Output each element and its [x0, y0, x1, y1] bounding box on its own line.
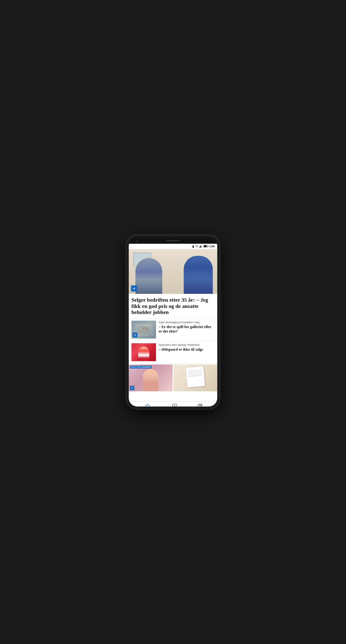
- svg-rect-18: [201, 404, 202, 406]
- svg-point-10: [146, 327, 148, 330]
- grid-thumb-2-bg: [173, 364, 217, 391]
- bottom-nav: Forsiden Sport eAvis: [129, 401, 217, 406]
- svg-rect-0: [199, 247, 200, 248]
- hero-person-right: [184, 256, 213, 294]
- hero-plus-badge: +: [131, 285, 137, 292]
- svg-rect-5: [208, 246, 208, 247]
- article-grid: FOLK I NYE DRAMMEN +: [129, 364, 217, 392]
- svg-marker-13: [174, 405, 175, 407]
- play-icon: [172, 404, 177, 407]
- nav-item-sport[interactable]: Sport: [172, 404, 177, 407]
- phone-device: 📳: [126, 235, 220, 409]
- svg-point-9: [142, 326, 145, 330]
- status-bar: 📳: [129, 244, 217, 249]
- svg-rect-7: [137, 330, 150, 334]
- nav-item-forsiden[interactable]: Forsiden: [143, 404, 152, 407]
- speaker: [166, 240, 180, 241]
- svg-point-8: [139, 327, 142, 330]
- grid-person-face: [143, 369, 158, 391]
- article-1-kicker: Ingen skrinlegging av bypakken i dag:: [159, 321, 215, 324]
- article-2-title: – Ødegaard er ikke til salgs: [159, 347, 215, 352]
- grid-item-2[interactable]: [173, 364, 217, 391]
- content-area[interactable]: + Selger bedriften etter 35 år: – Jeg fi…: [129, 249, 217, 401]
- home-icon: [145, 404, 150, 407]
- camera: [135, 240, 137, 242]
- article-2-kicker: Spanjolene etter oppslag i Nederland:: [159, 343, 215, 346]
- article-item-1[interactable]: + Ingen skrinlegging av bypakken i dag: …: [129, 318, 217, 341]
- grid-paper-doc: [186, 366, 205, 388]
- vibrate-icon: 📳: [192, 245, 194, 248]
- signal-icon: [199, 245, 203, 248]
- grid-1-plus-badge: +: [130, 386, 134, 390]
- hero-person-left: [135, 258, 162, 294]
- article-1-text: Ingen skrinlegging av bypakken i dag: – …: [159, 321, 215, 334]
- phone-top-bar: [129, 238, 217, 244]
- nav-item-eavis[interactable]: eAvis: [197, 404, 203, 407]
- svg-rect-1: [200, 246, 201, 248]
- newspaper-icon: [197, 404, 203, 407]
- svg-rect-3: [201, 245, 202, 248]
- grid-thumb-1-bg: FOLK I NYE DRAMMEN +: [129, 364, 173, 391]
- main-headline[interactable]: Selger bedriften etter 35 år: – Jeg fikk…: [129, 294, 217, 318]
- thumb-football-bg: [131, 343, 156, 361]
- article-1-thumb: +: [131, 321, 156, 338]
- svg-rect-2: [201, 246, 201, 248]
- phone-screen: 📳: [129, 238, 217, 406]
- status-icons: 📳: [192, 245, 215, 248]
- article-2-thumb: [131, 343, 156, 361]
- folk-label: FOLK I NYE DRAMMEN: [130, 366, 152, 368]
- status-time: 1:54: [209, 245, 215, 248]
- article-1-title: – Er det et spill for galleriet eller er…: [159, 325, 215, 334]
- svg-rect-11: [136, 324, 152, 327]
- article-2-text: Spanjolene etter oppslag i Nederland: – …: [159, 343, 215, 352]
- article-1-plus-badge: +: [133, 332, 137, 338]
- svg-rect-6: [204, 246, 207, 247]
- thumb-football-player: [138, 346, 149, 361]
- wifi-icon: [195, 245, 198, 248]
- grid-item-1[interactable]: FOLK I NYE DRAMMEN +: [129, 364, 173, 391]
- article-item-2[interactable]: Spanjolene etter oppslag i Nederland: – …: [129, 341, 217, 364]
- article-list: + Ingen skrinlegging av bypakken i dag: …: [129, 318, 217, 392]
- hero-image[interactable]: +: [129, 249, 217, 294]
- battery-icon: [203, 245, 208, 248]
